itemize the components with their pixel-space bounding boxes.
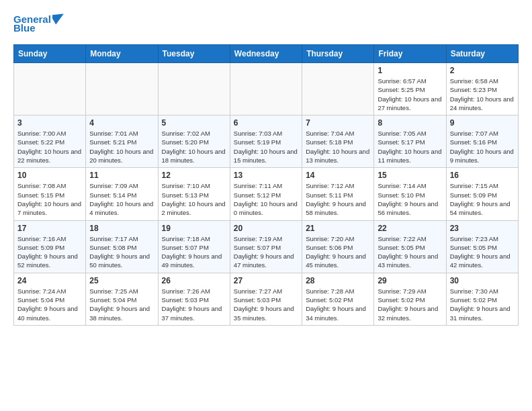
calendar-cell: 13Sunrise: 7:11 AM Sunset: 5:12 PM Dayli… xyxy=(230,168,302,220)
calendar-cell: 14Sunrise: 7:12 AM Sunset: 5:11 PM Dayli… xyxy=(302,168,374,220)
day-number: 3 xyxy=(17,118,82,128)
day-info: Sunrise: 7:26 AM Sunset: 5:03 PM Dayligh… xyxy=(162,287,226,322)
day-info: Sunrise: 7:15 AM Sunset: 5:09 PM Dayligh… xyxy=(450,181,515,217)
calendar-cell: 7Sunrise: 7:04 AM Sunset: 5:18 PM Daylig… xyxy=(302,116,374,168)
day-info: Sunrise: 7:24 AM Sunset: 5:04 PM Dayligh… xyxy=(17,287,82,322)
calendar-cell: 16Sunrise: 7:15 AM Sunset: 5:09 PM Dayli… xyxy=(446,168,518,220)
calendar-cell xyxy=(86,63,158,116)
calendar-cell: 30Sunrise: 7:30 AM Sunset: 5:02 PM Dayli… xyxy=(446,273,518,325)
day-number: 23 xyxy=(450,224,515,233)
day-number: 20 xyxy=(234,224,298,233)
calendar-cell: 6Sunrise: 7:03 AM Sunset: 5:19 PM Daylig… xyxy=(230,116,302,168)
day-info: Sunrise: 7:30 AM Sunset: 5:02 PM Dayligh… xyxy=(450,287,515,322)
day-number: 18 xyxy=(89,224,154,233)
calendar-cell: 27Sunrise: 7:27 AM Sunset: 5:03 PM Dayli… xyxy=(230,273,302,325)
day-info: Sunrise: 7:08 AM Sunset: 5:15 PM Dayligh… xyxy=(17,181,82,217)
day-number: 29 xyxy=(378,276,442,285)
logo-arrow-icon xyxy=(52,11,66,25)
day-info: Sunrise: 7:04 AM Sunset: 5:18 PM Dayligh… xyxy=(306,129,370,165)
calendar-cell xyxy=(302,63,374,116)
day-info: Sunrise: 7:27 AM Sunset: 5:03 PM Dayligh… xyxy=(234,287,298,322)
calendar-cell: 25Sunrise: 7:25 AM Sunset: 5:04 PM Dayli… xyxy=(86,273,158,325)
calendar-cell: 23Sunrise: 7:23 AM Sunset: 5:05 PM Dayli… xyxy=(446,220,518,273)
day-info: Sunrise: 7:07 AM Sunset: 5:16 PM Dayligh… xyxy=(450,129,515,165)
day-info: Sunrise: 7:19 AM Sunset: 5:07 PM Dayligh… xyxy=(234,234,298,270)
day-number: 19 xyxy=(162,224,226,233)
day-number: 24 xyxy=(17,276,82,285)
day-info: Sunrise: 7:29 AM Sunset: 5:02 PM Dayligh… xyxy=(378,287,442,322)
day-number: 8 xyxy=(378,118,442,128)
calendar-cell xyxy=(230,63,302,116)
calendar-cell: 15Sunrise: 7:14 AM Sunset: 5:10 PM Dayli… xyxy=(374,168,446,220)
logo: General Blue xyxy=(13,13,66,34)
calendar-cell: 1Sunrise: 6:57 AM Sunset: 5:25 PM Daylig… xyxy=(374,63,446,116)
day-info: Sunrise: 7:20 AM Sunset: 5:06 PM Dayligh… xyxy=(306,234,370,270)
day-number: 16 xyxy=(450,171,515,180)
weekday-header-wednesday: Wednesday xyxy=(230,45,302,63)
weekday-header-sunday: Sunday xyxy=(14,45,86,63)
day-number: 9 xyxy=(450,118,515,128)
day-info: Sunrise: 7:28 AM Sunset: 5:02 PM Dayligh… xyxy=(306,287,370,322)
day-info: Sunrise: 7:11 AM Sunset: 5:12 PM Dayligh… xyxy=(234,181,298,217)
calendar-cell xyxy=(14,63,86,116)
weekday-header-monday: Monday xyxy=(86,45,158,63)
calendar-cell: 8Sunrise: 7:05 AM Sunset: 5:17 PM Daylig… xyxy=(374,116,446,168)
svg-marker-0 xyxy=(52,11,66,24)
logo-blue: Blue xyxy=(13,22,36,34)
calendar-cell xyxy=(158,63,230,116)
week-row-4: 17Sunrise: 7:16 AM Sunset: 5:09 PM Dayli… xyxy=(14,220,519,273)
day-number: 10 xyxy=(17,171,82,180)
calendar-cell: 17Sunrise: 7:16 AM Sunset: 5:09 PM Dayli… xyxy=(14,220,86,273)
day-info: Sunrise: 7:25 AM Sunset: 5:04 PM Dayligh… xyxy=(89,287,154,322)
week-row-5: 24Sunrise: 7:24 AM Sunset: 5:04 PM Dayli… xyxy=(14,273,519,325)
calendar: SundayMondayTuesdayWednesdayThursdayFrid… xyxy=(13,44,519,326)
day-number: 28 xyxy=(306,276,370,285)
day-number: 5 xyxy=(162,118,226,128)
day-info: Sunrise: 7:22 AM Sunset: 5:05 PM Dayligh… xyxy=(378,234,442,270)
day-number: 14 xyxy=(306,171,370,180)
calendar-cell: 24Sunrise: 7:24 AM Sunset: 5:04 PM Dayli… xyxy=(14,273,86,325)
weekday-header-row: SundayMondayTuesdayWednesdayThursdayFrid… xyxy=(14,45,519,63)
day-info: Sunrise: 7:12 AM Sunset: 5:11 PM Dayligh… xyxy=(306,181,370,217)
calendar-cell: 5Sunrise: 7:02 AM Sunset: 5:20 PM Daylig… xyxy=(158,116,230,168)
day-info: Sunrise: 7:09 AM Sunset: 5:14 PM Dayligh… xyxy=(89,181,154,217)
day-info: Sunrise: 7:17 AM Sunset: 5:08 PM Dayligh… xyxy=(89,234,154,270)
day-number: 17 xyxy=(17,224,82,233)
day-number: 27 xyxy=(234,276,298,285)
day-number: 25 xyxy=(89,276,154,285)
day-info: Sunrise: 7:10 AM Sunset: 5:13 PM Dayligh… xyxy=(162,181,226,217)
header: General Blue xyxy=(13,13,519,34)
day-number: 4 xyxy=(89,118,154,128)
day-number: 7 xyxy=(306,118,370,128)
day-info: Sunrise: 7:23 AM Sunset: 5:05 PM Dayligh… xyxy=(450,234,515,270)
calendar-cell: 11Sunrise: 7:09 AM Sunset: 5:14 PM Dayli… xyxy=(86,168,158,220)
calendar-cell: 3Sunrise: 7:00 AM Sunset: 5:22 PM Daylig… xyxy=(14,116,86,168)
day-number: 11 xyxy=(89,171,154,180)
calendar-cell: 19Sunrise: 7:18 AM Sunset: 5:07 PM Dayli… xyxy=(158,220,230,273)
week-row-1: 1Sunrise: 6:57 AM Sunset: 5:25 PM Daylig… xyxy=(14,63,519,116)
calendar-cell: 22Sunrise: 7:22 AM Sunset: 5:05 PM Dayli… xyxy=(374,220,446,273)
day-number: 26 xyxy=(162,276,226,285)
calendar-cell: 26Sunrise: 7:26 AM Sunset: 5:03 PM Dayli… xyxy=(158,273,230,325)
calendar-cell: 21Sunrise: 7:20 AM Sunset: 5:06 PM Dayli… xyxy=(302,220,374,273)
calendar-cell: 2Sunrise: 6:58 AM Sunset: 5:23 PM Daylig… xyxy=(446,63,518,116)
day-info: Sunrise: 7:01 AM Sunset: 5:21 PM Dayligh… xyxy=(89,129,154,165)
day-number: 21 xyxy=(306,224,370,233)
calendar-cell: 9Sunrise: 7:07 AM Sunset: 5:16 PM Daylig… xyxy=(446,116,518,168)
day-info: Sunrise: 7:18 AM Sunset: 5:07 PM Dayligh… xyxy=(162,234,226,270)
week-row-2: 3Sunrise: 7:00 AM Sunset: 5:22 PM Daylig… xyxy=(14,116,519,168)
calendar-cell: 18Sunrise: 7:17 AM Sunset: 5:08 PM Dayli… xyxy=(86,220,158,273)
calendar-cell: 20Sunrise: 7:19 AM Sunset: 5:07 PM Dayli… xyxy=(230,220,302,273)
day-info: Sunrise: 7:03 AM Sunset: 5:19 PM Dayligh… xyxy=(234,129,298,165)
day-number: 2 xyxy=(450,66,515,75)
day-number: 30 xyxy=(450,276,515,285)
day-info: Sunrise: 7:14 AM Sunset: 5:10 PM Dayligh… xyxy=(378,181,442,217)
day-info: Sunrise: 6:57 AM Sunset: 5:25 PM Dayligh… xyxy=(378,77,442,112)
day-info: Sunrise: 7:05 AM Sunset: 5:17 PM Dayligh… xyxy=(378,129,442,165)
day-number: 15 xyxy=(378,171,442,180)
calendar-cell: 12Sunrise: 7:10 AM Sunset: 5:13 PM Dayli… xyxy=(158,168,230,220)
day-number: 1 xyxy=(378,66,442,75)
day-number: 6 xyxy=(234,118,298,128)
calendar-cell: 28Sunrise: 7:28 AM Sunset: 5:02 PM Dayli… xyxy=(302,273,374,325)
day-number: 22 xyxy=(378,224,442,233)
